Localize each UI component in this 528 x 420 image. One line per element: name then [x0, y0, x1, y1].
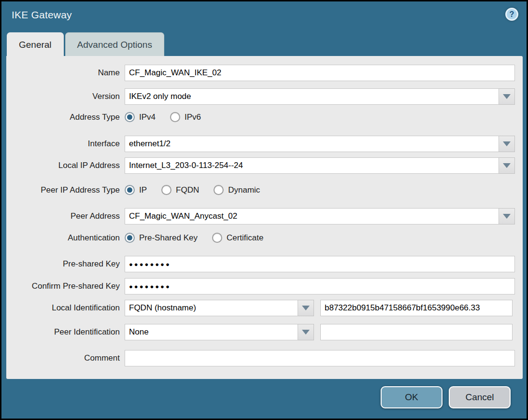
authentication-row: Authentication Pre-Shared Key Certificat… [6, 233, 523, 243]
title-bar: IKE Gateway ? [1, 1, 527, 31]
radio-peer-fqdn-label: FQDN [176, 185, 199, 195]
dialog-footer: OK Cancel [381, 386, 511, 408]
general-tab-panel: Name Version Address Type IPv4 [6, 56, 523, 379]
radio-peer-dynamic[interactable]: Dynamic [214, 185, 260, 195]
dialog-title: IKE Gateway [12, 9, 72, 21]
radio-certificate-control[interactable] [212, 233, 222, 243]
interface-input[interactable] [125, 136, 499, 152]
local-identification-dropdown-button[interactable] [298, 300, 314, 316]
tab-advanced-options[interactable]: Advanced Options [65, 32, 164, 56]
radio-certificate-label: Certificate [227, 233, 264, 243]
local-identification-row: Local Identification [6, 300, 523, 316]
radio-peer-fqdn-control[interactable] [161, 185, 171, 195]
version-dropdown-button[interactable] [499, 88, 515, 105]
peer-address-row: Peer Address [6, 208, 523, 224]
peer-ip-address-type-label: Peer IP Address Type [6, 185, 125, 195]
radio-pre-shared-key-control[interactable] [125, 233, 135, 243]
comment-label: Comment [6, 353, 125, 363]
interface-dropdown-button[interactable] [499, 136, 515, 152]
ike-gateway-dialog: IKE Gateway ? General Advanced Options N… [0, 0, 528, 420]
radio-certificate[interactable]: Certificate [212, 233, 264, 243]
peer-identification-type-select[interactable] [125, 324, 298, 340]
comment-input[interactable] [125, 350, 515, 366]
radio-peer-dynamic-label: Dynamic [228, 185, 260, 195]
peer-address-label: Peer Address [6, 211, 125, 221]
authentication-label: Authentication [6, 233, 125, 243]
radio-peer-ip[interactable]: IP [125, 185, 147, 195]
local-identification-type-select[interactable] [125, 300, 298, 316]
radio-peer-ip-label: IP [139, 185, 147, 195]
peer-identification-row: Peer Identification [6, 324, 523, 340]
local-identification-value-input[interactable] [320, 300, 513, 316]
radio-ipv4-label: IPv4 [139, 112, 156, 122]
ok-button[interactable]: OK [381, 386, 442, 408]
chevron-down-icon [503, 141, 511, 146]
confirm-pre-shared-key-input[interactable] [125, 278, 515, 294]
radio-peer-dynamic-control[interactable] [214, 185, 224, 195]
pre-shared-key-row: Pre-shared Key [6, 256, 523, 272]
local-identification-label: Local Identification [6, 303, 125, 313]
chevron-down-icon [503, 163, 511, 168]
radio-ipv6-control[interactable] [170, 112, 180, 122]
version-input[interactable] [125, 88, 499, 105]
address-type-row: Address Type IPv4 IPv6 [6, 112, 523, 122]
peer-address-input[interactable] [125, 208, 499, 224]
tab-general[interactable]: General [7, 32, 64, 56]
confirm-pre-shared-key-label: Confirm Pre-shared Key [6, 281, 125, 291]
radio-peer-fqdn[interactable]: FQDN [161, 185, 199, 195]
peer-identification-value-input[interactable] [320, 324, 513, 340]
confirm-pre-shared-key-row: Confirm Pre-shared Key [6, 278, 523, 294]
chevron-down-icon [503, 214, 511, 219]
radio-ipv6[interactable]: IPv6 [170, 112, 201, 122]
version-label: Version [6, 92, 125, 101]
name-row: Name [6, 65, 523, 81]
interface-label: Interface [6, 139, 125, 149]
radio-ipv4[interactable]: IPv4 [125, 112, 156, 122]
tab-bar: General Advanced Options [7, 32, 164, 56]
local-ip-address-label: Local IP Address [6, 161, 125, 170]
chevron-down-icon [503, 94, 511, 99]
local-ip-dropdown-button[interactable] [499, 157, 515, 174]
local-ip-address-row: Local IP Address [6, 157, 523, 174]
cancel-button[interactable]: Cancel [449, 386, 511, 408]
pre-shared-key-label: Pre-shared Key [6, 259, 125, 269]
radio-pre-shared-key-label: Pre-Shared Key [139, 233, 198, 243]
local-ip-address-input[interactable] [125, 157, 499, 174]
radio-ipv4-control[interactable] [125, 112, 135, 122]
radio-pre-shared-key[interactable]: Pre-Shared Key [125, 233, 198, 243]
version-row: Version [6, 88, 523, 105]
chevron-down-icon [302, 330, 310, 335]
chevron-down-icon [302, 306, 310, 310]
radio-ipv6-label: IPv6 [185, 112, 201, 122]
name-input[interactable] [125, 65, 515, 81]
help-icon[interactable]: ? [505, 8, 518, 21]
peer-address-dropdown-button[interactable] [499, 208, 515, 224]
pre-shared-key-input[interactable] [125, 256, 515, 272]
radio-peer-ip-control[interactable] [125, 185, 135, 195]
comment-row: Comment [6, 350, 523, 366]
interface-row: Interface [6, 136, 523, 152]
peer-identification-label: Peer Identification [6, 327, 125, 337]
peer-identification-dropdown-button[interactable] [298, 324, 314, 340]
address-type-label: Address Type [6, 112, 125, 122]
peer-ip-address-type-row: Peer IP Address Type IP FQDN Dynamic [6, 185, 523, 195]
name-label: Name [6, 68, 125, 78]
